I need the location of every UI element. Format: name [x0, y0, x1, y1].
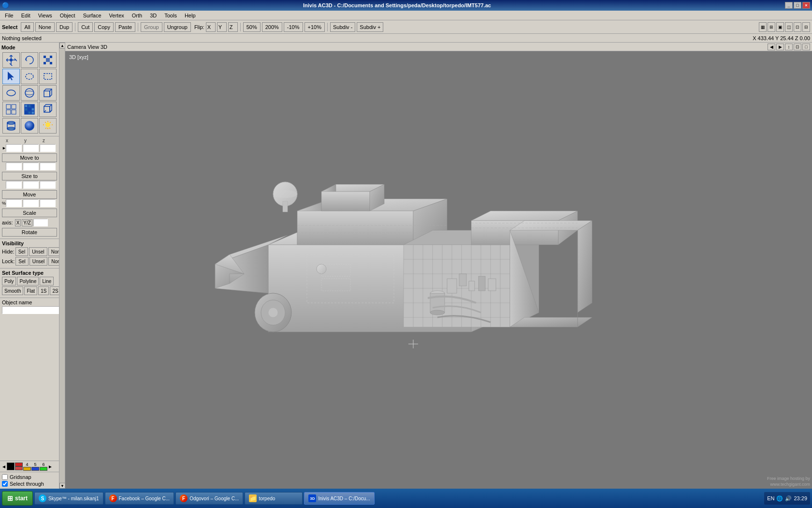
cut-button[interactable]: Cut	[78, 22, 93, 32]
lasso-mode-btn[interactable]	[21, 69, 38, 84]
scroll-up-arrow[interactable]: ▲	[59, 43, 65, 48]
vp-btn-4[interactable]: ⊡	[794, 44, 801, 50]
view-icon-6[interactable]: ⊟	[802, 22, 810, 32]
menu-object[interactable]: Object	[57, 12, 78, 19]
color-scroll-left[interactable]: ◄	[1, 464, 6, 469]
axis-x-btn[interactable]: X	[15, 219, 21, 226]
menu-surface[interactable]: Surface	[80, 12, 104, 19]
flip-z-button[interactable]: Z	[228, 22, 238, 32]
ungroup-button[interactable]: Ungroup	[164, 22, 191, 32]
scale-y-input[interactable]: 100	[23, 199, 39, 207]
menu-file[interactable]: File	[2, 12, 16, 19]
all-button[interactable]: All	[21, 22, 33, 32]
size-x-input[interactable]: 1	[6, 163, 22, 170]
flip-x-button[interactable]: X	[206, 22, 216, 32]
move-y-input[interactable]: 0	[23, 181, 39, 189]
wire-cube-btn[interactable]	[39, 102, 57, 117]
axis-yz-btn[interactable]: Y/Z	[22, 219, 32, 226]
sphere-btn[interactable]	[21, 118, 38, 134]
rect-select-btn[interactable]	[39, 69, 57, 84]
menu-edit[interactable]: Edit	[18, 12, 33, 19]
group-button[interactable]: Group	[141, 22, 162, 32]
view-icon-1[interactable]: ▦	[759, 22, 767, 32]
dup-button[interactable]: Dup	[56, 22, 72, 32]
hide-sel-btn[interactable]: Sel	[15, 247, 28, 256]
box-tool-btn[interactable]	[39, 85, 57, 101]
flat-btn[interactable]: Flat	[24, 286, 37, 295]
scale-z-input[interactable]: 100	[40, 199, 56, 207]
cube-tool-btn[interactable]	[21, 102, 38, 117]
vp-btn-1[interactable]: ◀	[768, 44, 775, 50]
color-black[interactable]	[7, 463, 14, 470]
taskbar-skype[interactable]: S Skype™ - milan.sikanj1	[34, 492, 103, 505]
flip-y-button[interactable]: Y	[217, 22, 227, 32]
vp-btn-2[interactable]: ▶	[776, 44, 784, 50]
zoom-50-button[interactable]: 50%	[243, 22, 261, 32]
move-z-input[interactable]: 0	[40, 181, 56, 189]
cylinder-btn[interactable]	[2, 118, 20, 134]
color-blue[interactable]	[31, 467, 39, 471]
color-orange[interactable]	[23, 467, 31, 471]
subdiv-minus-button[interactable]: Subdiv -	[330, 22, 355, 32]
s2-btn[interactable]: 2S	[50, 286, 59, 295]
hide-none-btn[interactable]: None	[48, 247, 59, 256]
view-icon-3[interactable]: ▣	[776, 22, 784, 32]
scroll-down-arrow[interactable]: ▼	[59, 483, 65, 489]
object-name-input[interactable]	[2, 306, 59, 314]
scale-mode-btn[interactable]	[39, 52, 57, 68]
move-x-input[interactable]: 0.1	[6, 181, 22, 189]
pos-x-input[interactable]: 0	[6, 144, 22, 152]
size-z-input[interactable]: 1	[40, 163, 56, 170]
close-button[interactable]: ×	[802, 2, 810, 9]
lock-sel-btn[interactable]: Sel	[15, 257, 28, 266]
viewport[interactable]: 3D [xyz]	[65, 51, 812, 489]
color-red-top[interactable]	[15, 463, 23, 466]
rotate-button[interactable]: Rotate	[2, 228, 57, 237]
menu-help[interactable]: Help	[182, 12, 199, 19]
view-icon-2[interactable]: ⊞	[768, 22, 775, 32]
minimize-button[interactable]: _	[785, 2, 793, 9]
menu-orth[interactable]: Orth	[129, 12, 145, 19]
scale-button[interactable]: Scale	[2, 209, 57, 217]
grid-tool-btn[interactable]	[2, 102, 20, 117]
menu-views[interactable]: Views	[35, 12, 55, 19]
size-y-input[interactable]: 1	[23, 163, 39, 170]
zoom-200-button[interactable]: 200%	[262, 22, 282, 32]
taskbar-ac3d[interactable]: 3D Inivis AC3D – C:/Docu...	[304, 492, 374, 505]
size-to-button[interactable]: Size to	[2, 172, 57, 180]
start-button[interactable]: ⊞ start	[2, 491, 33, 506]
hide-unsel-btn[interactable]: Unsel	[29, 247, 47, 256]
color-green[interactable]	[40, 467, 47, 471]
scroll-thumb[interactable]	[59, 48, 65, 483]
polyline-btn[interactable]: Polyline	[17, 277, 39, 285]
taskbar-odgovori[interactable]: F Odgovori – Google C...	[175, 492, 243, 505]
pos-z-input[interactable]: 0	[40, 144, 56, 152]
color-red-bottom[interactable]	[15, 466, 23, 470]
lock-unsel-btn[interactable]: Unsel	[29, 257, 48, 266]
line-btn[interactable]: Line	[40, 277, 54, 285]
move-to-button[interactable]: Move to	[2, 153, 57, 162]
vp-btn-3[interactable]: ↕	[785, 44, 793, 50]
taskbar-facebook[interactable]: F Facebook – Google C...	[105, 492, 174, 505]
smooth-btn[interactable]: Smooth	[2, 286, 23, 295]
copy-button[interactable]: Copy	[94, 22, 114, 32]
color-scroll-right[interactable]: ►	[48, 464, 53, 469]
zoom-p10-button[interactable]: +10%	[304, 22, 325, 32]
pos-y-input[interactable]: 0	[23, 144, 39, 152]
none-button[interactable]: None	[35, 22, 55, 32]
menu-vertex[interactable]: Vertex	[106, 12, 127, 19]
maximize-button[interactable]: □	[794, 2, 801, 9]
rotate-angle-input[interactable]: 90	[33, 219, 48, 226]
subdiv-plus-button[interactable]: Subdiv +	[357, 22, 383, 32]
select-through-checkbox[interactable]	[2, 481, 8, 487]
menu-tools[interactable]: Tools	[161, 12, 180, 19]
light-btn[interactable]	[39, 118, 57, 134]
sphere-tool-btn[interactable]	[21, 85, 38, 101]
taskbar-torpedo[interactable]: 📁 torpedo	[245, 492, 303, 505]
vp-btn-5[interactable]: □	[802, 44, 810, 50]
menu-3d[interactable]: 3D	[147, 12, 160, 19]
lock-none-btn[interactable]: None	[48, 257, 59, 266]
rotate-mode-btn[interactable]	[21, 52, 38, 68]
s1-btn[interactable]: 1S	[38, 286, 49, 295]
view-icon-4[interactable]: ◫	[785, 22, 793, 32]
